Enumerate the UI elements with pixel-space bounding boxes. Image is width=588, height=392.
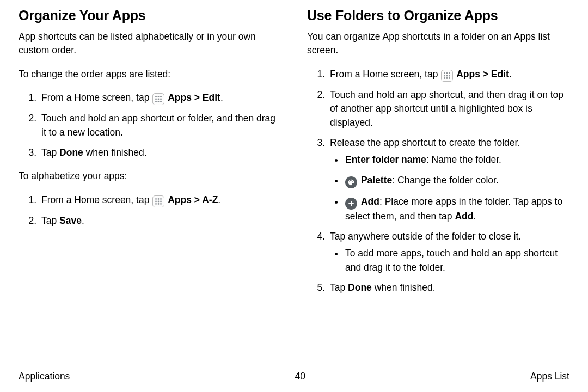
svg-point-1 <box>158 96 160 97</box>
svg-point-7 <box>158 101 160 102</box>
list-item: Tap Done when finished. <box>39 146 281 160</box>
footer-right: Apps List <box>530 371 569 382</box>
step-text: From a Home screen, tap <box>41 194 152 205</box>
right-column: Use Folders to Organize Apps You can org… <box>307 8 569 305</box>
step-bold: Apps > A-Z <box>168 194 218 205</box>
svg-point-20 <box>449 72 450 74</box>
option-bold: Add <box>455 211 473 222</box>
list-item: From a Home screen, tap Apps > A-Z. <box>39 193 281 207</box>
svg-point-17 <box>160 203 162 205</box>
step-text: From a Home screen, tap <box>41 92 152 103</box>
svg-point-23 <box>449 75 450 76</box>
alpha-lead: To alphabetize your apps: <box>19 169 281 183</box>
step-text: . <box>218 194 220 205</box>
svg-point-11 <box>160 198 162 200</box>
list-item: Tap anywhere outside of the folder to cl… <box>328 230 569 274</box>
svg-point-21 <box>444 75 445 76</box>
svg-point-16 <box>158 203 160 205</box>
option-text: . <box>473 211 476 222</box>
svg-point-6 <box>155 101 157 102</box>
svg-point-15 <box>155 203 157 205</box>
list-item: Add: Place more apps in the folder. Tap … <box>344 195 569 223</box>
step4-sub: To add more apps, touch and hold an app … <box>330 247 569 274</box>
option-text: : Name the folder. <box>426 154 501 165</box>
step-text: Tap anywhere outside of the folder to cl… <box>330 231 521 242</box>
folder-options: Enter folder name: Name the folder. Pale… <box>330 153 569 223</box>
list-item: Release the app shortcut to create the f… <box>328 136 569 223</box>
list-item: Touch and hold an app shortcut, and then… <box>328 88 569 130</box>
page-footer: Applications 40 Apps List <box>19 371 569 382</box>
step-bold: Done <box>59 147 83 158</box>
option-bold: Palette <box>361 175 392 186</box>
palette-icon <box>345 176 357 188</box>
option-bold: Enter folder name <box>345 154 426 165</box>
right-intro: You can organize App shortcuts in a fold… <box>307 30 569 58</box>
footer-left: Applications <box>19 371 70 382</box>
list-item: Tap Save. <box>39 214 281 228</box>
svg-point-12 <box>155 200 157 202</box>
svg-point-9 <box>155 198 157 200</box>
svg-point-14 <box>160 200 162 202</box>
left-intro: App shortcuts can be listed alphabetical… <box>19 30 281 58</box>
left-column: Organize Your Apps App shortcuts can be … <box>19 8 281 305</box>
plus-icon <box>345 198 357 210</box>
step-text: . <box>82 215 84 226</box>
svg-point-13 <box>158 200 160 202</box>
list-item: Enter folder name: Name the folder. <box>344 153 569 167</box>
svg-point-3 <box>155 99 157 100</box>
step-text: . <box>220 92 223 103</box>
folder-steps: From a Home screen, tap Apps > Edit. Tou… <box>307 68 569 295</box>
step-bold: Done <box>348 282 372 293</box>
list-item: From a Home screen, tap Apps > Edit. <box>39 91 281 105</box>
step-text: . <box>509 69 512 79</box>
option-text: : Change the folder color. <box>392 175 499 186</box>
apps-grid-icon <box>441 70 453 82</box>
step-text: Tap <box>41 147 59 158</box>
svg-point-8 <box>160 101 162 102</box>
step-bold: Save <box>59 215 82 226</box>
svg-point-22 <box>446 75 448 76</box>
two-column-layout: Organize Your Apps App shortcuts can be … <box>19 8 569 305</box>
alpha-steps: From a Home screen, tap Apps > A-Z. Tap … <box>19 193 281 228</box>
step-text: From a Home screen, tap <box>330 69 440 79</box>
svg-point-2 <box>160 96 162 97</box>
svg-point-5 <box>160 99 162 100</box>
apps-grid-icon <box>152 195 164 207</box>
svg-point-26 <box>449 77 450 79</box>
step-text: Tap <box>41 215 59 226</box>
list-item: From a Home screen, tap Apps > Edit. <box>328 68 569 82</box>
svg-point-25 <box>446 77 448 79</box>
step-bold: Apps > Edit <box>456 69 509 79</box>
right-heading: Use Folders to Organize Apps <box>307 8 569 23</box>
option-bold: Add <box>361 196 379 207</box>
step-text: Tap <box>330 282 348 293</box>
svg-point-24 <box>444 77 445 79</box>
list-item: Touch and hold an app shortcut or folder… <box>39 112 281 139</box>
footer-page-number: 40 <box>295 371 305 382</box>
step-text: when finished. <box>83 147 147 158</box>
list-item: Palette: Change the folder color. <box>344 174 569 188</box>
change-order-lead: To change the order apps are listed: <box>19 68 281 81</box>
svg-point-19 <box>446 72 448 74</box>
step-bold: Apps > Edit <box>168 92 220 103</box>
svg-point-4 <box>158 99 160 100</box>
left-heading: Organize Your Apps <box>19 8 281 23</box>
change-order-steps: From a Home screen, tap Apps > Edit. Tou… <box>19 91 281 160</box>
svg-point-0 <box>155 96 157 97</box>
svg-point-18 <box>444 72 445 74</box>
svg-point-10 <box>158 198 160 200</box>
step-text: Release the app shortcut to create the f… <box>330 137 520 148</box>
apps-grid-icon <box>152 93 164 105</box>
step-text: when finished. <box>372 282 436 293</box>
list-item: To add more apps, touch and hold an app … <box>344 247 569 274</box>
list-item: Tap Done when finished. <box>328 281 569 295</box>
